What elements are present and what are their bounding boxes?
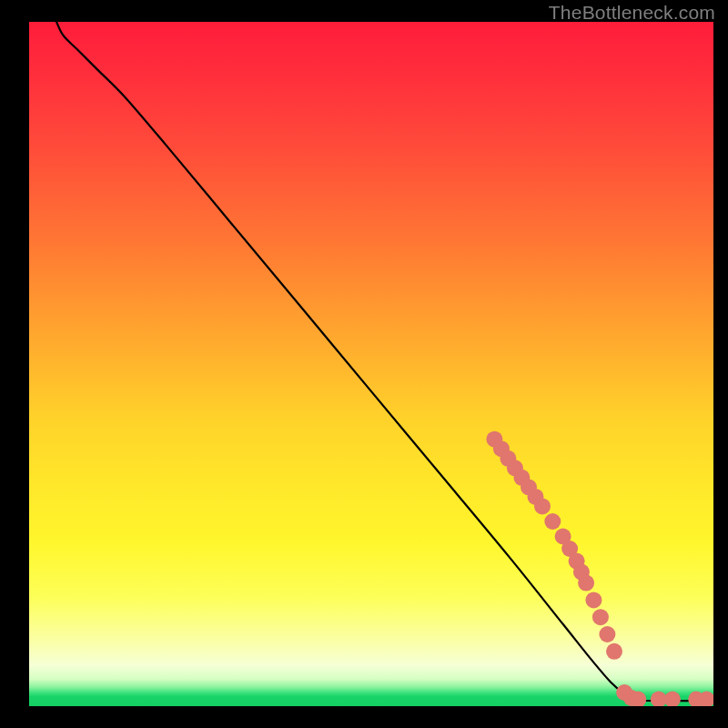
plot-area [29, 22, 713, 706]
bottleneck-curve [56, 22, 713, 701]
marker-point [664, 692, 681, 707]
marker-group [486, 431, 713, 706]
marker-point [585, 592, 602, 608]
attribution-label: TheBottleneck.com [549, 2, 715, 24]
marker-point [592, 609, 609, 625]
chart-svg [29, 22, 713, 706]
chart-stage: TheBottleneck.com [0, 0, 728, 728]
marker-point [544, 513, 561, 530]
marker-point [578, 575, 594, 592]
marker-point [606, 643, 622, 660]
marker-point [534, 498, 551, 514]
marker-point [599, 626, 615, 642]
